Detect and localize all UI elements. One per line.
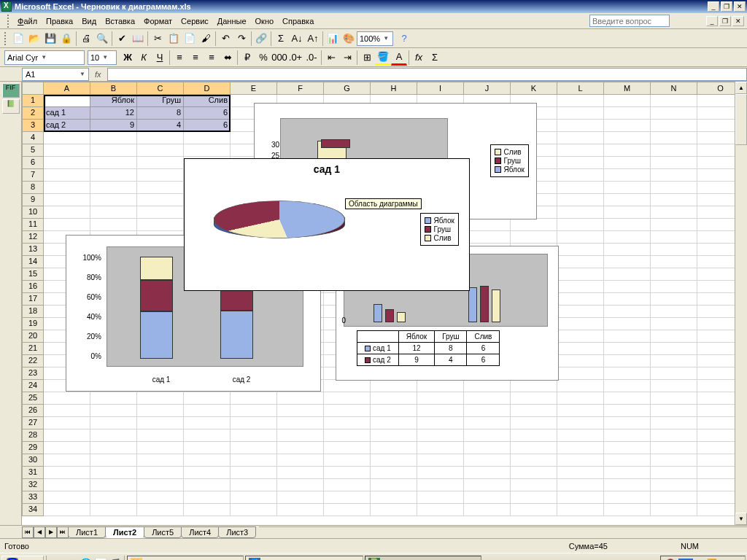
- cell[interactable]: [324, 479, 371, 491]
- sheet-tab[interactable]: Лист2: [105, 526, 144, 538]
- cell[interactable]: [511, 380, 557, 392]
- doc-restore-button[interactable]: ❐: [719, 16, 731, 26]
- cell[interactable]: [511, 454, 557, 467]
- row-header[interactable]: 20: [22, 330, 44, 343]
- cell[interactable]: [464, 392, 511, 405]
- currency-icon[interactable]: ₽: [239, 50, 255, 66]
- cell[interactable]: [557, 318, 604, 330]
- cell[interactable]: 6: [184, 107, 231, 120]
- col-header[interactable]: H: [371, 82, 417, 95]
- cell[interactable]: [557, 293, 604, 306]
- tab-next-icon[interactable]: ▶: [45, 526, 57, 538]
- cell[interactable]: [324, 491, 371, 504]
- cell[interactable]: [511, 417, 557, 429]
- tab-last-icon[interactable]: ⏭: [57, 526, 69, 538]
- cell[interactable]: [651, 442, 697, 454]
- cell[interactable]: [651, 504, 697, 516]
- cell[interactable]: [277, 467, 324, 479]
- percent-icon[interactable]: %: [255, 50, 271, 66]
- cell[interactable]: [44, 169, 90, 182]
- menu-data[interactable]: Данные: [213, 15, 251, 27]
- col-header[interactable]: D: [184, 82, 231, 95]
- cell[interactable]: [604, 144, 651, 157]
- cell[interactable]: [371, 504, 417, 516]
- cell[interactable]: [604, 107, 651, 120]
- cell[interactable]: [417, 429, 464, 442]
- cell[interactable]: сад 1: [44, 107, 90, 120]
- cell[interactable]: [651, 355, 697, 368]
- cell[interactable]: [137, 144, 184, 157]
- cell[interactable]: [137, 182, 184, 194]
- paste-icon[interactable]: 📄: [182, 31, 198, 47]
- cell[interactable]: [651, 268, 697, 281]
- cell[interactable]: [90, 417, 137, 429]
- cell[interactable]: [464, 504, 511, 516]
- cell[interactable]: [557, 219, 604, 231]
- cell[interactable]: [417, 454, 464, 467]
- col-header[interactable]: M: [604, 82, 651, 95]
- cell[interactable]: [651, 169, 697, 182]
- cell[interactable]: [137, 219, 184, 231]
- cell[interactable]: [90, 429, 137, 442]
- cell[interactable]: Груш: [137, 95, 184, 107]
- cell[interactable]: [464, 429, 511, 442]
- underline-icon[interactable]: Ч: [152, 50, 168, 66]
- worksheet-grid[interactable]: A B C D E F G H I J K L M N O 1ЯблокГруш…: [22, 82, 747, 525]
- cell[interactable]: [557, 157, 604, 169]
- select-all-corner[interactable]: [22, 82, 44, 95]
- cell[interactable]: [137, 417, 184, 429]
- cell[interactable]: [44, 504, 90, 516]
- cell[interactable]: [604, 132, 651, 144]
- row-header[interactable]: 23: [22, 368, 44, 380]
- cell[interactable]: [651, 107, 697, 120]
- cell[interactable]: [604, 306, 651, 318]
- cell[interactable]: [557, 392, 604, 405]
- quicklaunch-icon[interactable]: 🌐: [78, 556, 93, 561]
- cell[interactable]: [511, 231, 557, 244]
- row-header[interactable]: 27: [22, 417, 44, 429]
- cell[interactable]: [231, 479, 277, 491]
- cell[interactable]: [277, 504, 324, 516]
- cell[interactable]: [651, 479, 697, 491]
- row-header[interactable]: 4: [22, 132, 44, 144]
- cell[interactable]: [651, 491, 697, 504]
- close-button[interactable]: ✕: [734, 1, 746, 12]
- italic-icon[interactable]: К: [136, 50, 152, 66]
- sort-asc-icon[interactable]: A↓: [289, 31, 305, 47]
- cell[interactable]: [557, 95, 604, 107]
- cell[interactable]: [231, 429, 277, 442]
- cell[interactable]: [651, 454, 697, 467]
- menu-insert[interactable]: Вставка: [101, 15, 139, 27]
- cell[interactable]: [511, 405, 557, 417]
- row-header[interactable]: 9: [22, 194, 44, 206]
- cell[interactable]: [44, 144, 90, 157]
- cell[interactable]: [371, 442, 417, 454]
- cell[interactable]: [651, 330, 697, 343]
- cell[interactable]: [604, 429, 651, 442]
- cell[interactable]: [651, 343, 697, 355]
- cell[interactable]: [184, 417, 231, 429]
- cell[interactable]: [90, 132, 137, 144]
- cell[interactable]: [604, 343, 651, 355]
- cell[interactable]: [44, 417, 90, 429]
- col-header[interactable]: I: [417, 82, 464, 95]
- ask-question-input[interactable]: [589, 15, 670, 27]
- cell[interactable]: [184, 405, 231, 417]
- cell[interactable]: [651, 194, 697, 206]
- cell[interactable]: [417, 392, 464, 405]
- cell[interactable]: [604, 318, 651, 330]
- cell[interactable]: [417, 479, 464, 491]
- font-color-icon[interactable]: A: [391, 50, 407, 66]
- cell[interactable]: [604, 392, 651, 405]
- col-header[interactable]: A: [44, 82, 90, 95]
- cell[interactable]: [604, 182, 651, 194]
- cell[interactable]: [557, 491, 604, 504]
- grip-icon[interactable]: [4, 32, 7, 45]
- taskbar-task[interactable]: 📗Microsoft Excel - Черн...: [365, 556, 481, 561]
- cell[interactable]: [137, 405, 184, 417]
- row-header[interactable]: 10: [22, 206, 44, 219]
- cell[interactable]: [557, 442, 604, 454]
- cell[interactable]: [557, 467, 604, 479]
- row-header[interactable]: 33: [22, 491, 44, 504]
- row-header[interactable]: 16: [22, 281, 44, 293]
